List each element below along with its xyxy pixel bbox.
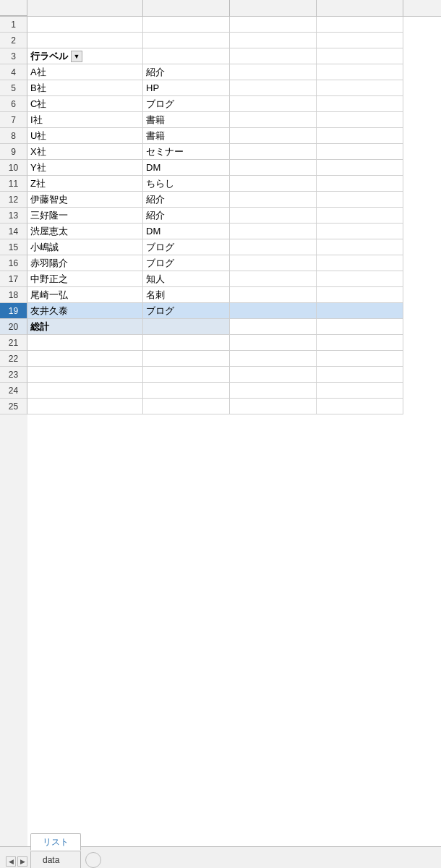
cell-5-b[interactable]: HP: [143, 80, 230, 96]
cell-1-d[interactable]: [317, 17, 403, 33]
cell-23-c[interactable]: [230, 367, 317, 383]
sheet-tab-data[interactable]: data: [30, 851, 81, 868]
cell-17-c[interactable]: [230, 271, 317, 287]
cell-7-b[interactable]: 書籍: [143, 112, 230, 128]
cell-7-a[interactable]: I社: [27, 112, 143, 128]
cell-11-c[interactable]: [230, 176, 317, 192]
cell-8-a[interactable]: U社: [27, 128, 143, 144]
row-number-2[interactable]: 2: [0, 33, 27, 48]
row-number-22[interactable]: 22: [0, 351, 27, 367]
cell-10-c[interactable]: [230, 160, 317, 176]
cell-15-b[interactable]: ブログ: [143, 239, 230, 255]
cell-2-d[interactable]: [317, 33, 403, 48]
cell-21-c[interactable]: [230, 335, 317, 351]
cell-2-a[interactable]: [27, 33, 143, 48]
cell-25-a[interactable]: [27, 399, 143, 414]
cell-3-c[interactable]: [230, 48, 317, 64]
row-number-12[interactable]: 12: [0, 192, 27, 208]
cell-24-b[interactable]: [143, 383, 230, 399]
row-number-7[interactable]: 7: [0, 112, 27, 128]
row-number-19[interactable]: 19: [0, 303, 27, 319]
cell-11-b[interactable]: ちらし: [143, 176, 230, 192]
cell-19-c[interactable]: [230, 303, 317, 319]
cell-12-b[interactable]: 紹介: [143, 192, 230, 208]
cell-18-d[interactable]: [317, 287, 403, 303]
cell-15-d[interactable]: [317, 239, 403, 255]
pivot-dropdown-arrow[interactable]: ▼: [71, 51, 82, 62]
cell-4-b[interactable]: 紹介: [143, 64, 230, 80]
cell-23-d[interactable]: [317, 367, 403, 383]
row-number-15[interactable]: 15: [0, 239, 27, 255]
row-number-23[interactable]: 23: [0, 367, 27, 383]
row-number-24[interactable]: 24: [0, 383, 27, 399]
row-number-4[interactable]: 4: [0, 64, 27, 80]
cell-18-a[interactable]: 尾崎一弘: [27, 287, 143, 303]
cell-24-d[interactable]: [317, 383, 403, 399]
cell-17-b[interactable]: 知人: [143, 271, 230, 287]
cell-8-d[interactable]: [317, 128, 403, 144]
cell-8-c[interactable]: [230, 128, 317, 144]
cell-14-c[interactable]: [230, 224, 317, 239]
row-number-20[interactable]: 20: [0, 319, 27, 335]
cell-21-d[interactable]: [317, 335, 403, 351]
cell-20-b[interactable]: [143, 319, 230, 335]
cell-6-c[interactable]: [230, 96, 317, 112]
cell-22-a[interactable]: [27, 351, 143, 367]
col-header-b[interactable]: [143, 0, 230, 16]
cell-16-b[interactable]: ブログ: [143, 255, 230, 271]
cell-8-b[interactable]: 書籍: [143, 128, 230, 144]
cell-14-b[interactable]: DM: [143, 224, 230, 239]
cell-9-c[interactable]: [230, 144, 317, 160]
row-number-10[interactable]: 10: [0, 160, 27, 176]
row-number-21[interactable]: 21: [0, 335, 27, 351]
cell-24-c[interactable]: [230, 383, 317, 399]
cell-15-a[interactable]: 小嶋誠: [27, 239, 143, 255]
cell-6-b[interactable]: ブログ: [143, 96, 230, 112]
cell-15-c[interactable]: [230, 239, 317, 255]
row-number-11[interactable]: 11: [0, 176, 27, 192]
cell-17-a[interactable]: 中野正之: [27, 271, 143, 287]
cell-22-c[interactable]: [230, 351, 317, 367]
row-number-1[interactable]: 1: [0, 17, 27, 33]
row-number-6[interactable]: 6: [0, 96, 27, 112]
cell-19-d[interactable]: [317, 303, 403, 319]
cell-5-d[interactable]: [317, 80, 403, 96]
cell-3-d[interactable]: [317, 48, 403, 64]
tab-nav-left[interactable]: ◀: [6, 856, 16, 867]
cell-1-c[interactable]: [230, 17, 317, 33]
cell-10-d[interactable]: [317, 160, 403, 176]
row-number-8[interactable]: 8: [0, 128, 27, 144]
row-number-25[interactable]: 25: [0, 399, 27, 414]
cell-5-c[interactable]: [230, 80, 317, 96]
cell-19-b[interactable]: ブログ: [143, 303, 230, 319]
cell-10-a[interactable]: Y社: [27, 160, 143, 176]
cell-20-d[interactable]: [317, 319, 403, 335]
cell-11-a[interactable]: Z社: [27, 176, 143, 192]
cell-2-b[interactable]: [143, 33, 230, 48]
cell-16-d[interactable]: [317, 255, 403, 271]
row-number-14[interactable]: 14: [0, 224, 27, 239]
cell-25-d[interactable]: [317, 399, 403, 414]
cell-7-c[interactable]: [230, 112, 317, 128]
cell-14-a[interactable]: 渋屋恵太: [27, 224, 143, 239]
cell-25-c[interactable]: [230, 399, 317, 414]
col-header-a[interactable]: [27, 0, 143, 16]
cell-6-a[interactable]: C社: [27, 96, 143, 112]
cell-7-d[interactable]: [317, 112, 403, 128]
cell-6-d[interactable]: [317, 96, 403, 112]
cell-23-a[interactable]: [27, 367, 143, 383]
cell-18-b[interactable]: 名刺: [143, 287, 230, 303]
cell-1-b[interactable]: [143, 17, 230, 33]
row-number-13[interactable]: 13: [0, 208, 27, 224]
cell-25-b[interactable]: [143, 399, 230, 414]
cell-13-c[interactable]: [230, 208, 317, 224]
add-sheet-button[interactable]: [85, 852, 101, 868]
cell-4-c[interactable]: [230, 64, 317, 80]
cell-12-c[interactable]: [230, 192, 317, 208]
row-number-9[interactable]: 9: [0, 144, 27, 160]
cell-13-a[interactable]: 三好隆一: [27, 208, 143, 224]
cell-13-b[interactable]: 紹介: [143, 208, 230, 224]
cell-16-a[interactable]: 赤羽陽介: [27, 255, 143, 271]
cell-12-d[interactable]: [317, 192, 403, 208]
cell-20-a[interactable]: 総計: [27, 319, 143, 335]
